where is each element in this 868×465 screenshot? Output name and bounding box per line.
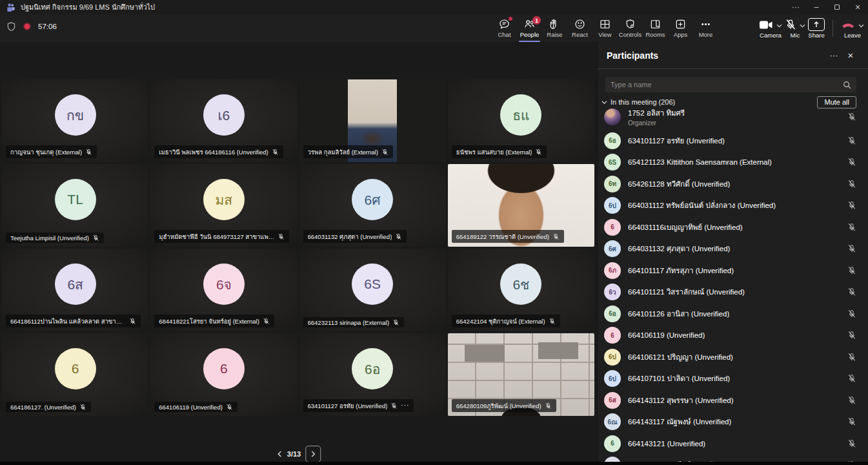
participant-row[interactable]: 6ส 664143112 สุพรรษา (Unverified) [598, 389, 868, 411]
participant-row[interactable]: 6 664031116เบญญาทิพย์ (Unverified) [598, 216, 868, 238]
raise-hand-icon [549, 18, 561, 30]
mic-muted-icon [785, 19, 796, 31]
leave-label: Leave [844, 32, 861, 39]
tab-label: View [598, 31, 611, 38]
mic-muted-icon[interactable] [847, 353, 856, 362]
participant-row[interactable]: 6ศ 664031132 ศุภสุดา (Unverified) [598, 238, 868, 260]
video-tile[interactable]: ธแ ธนัชพร แสนสบาย (External) [448, 79, 594, 162]
next-page-button[interactable] [305, 446, 321, 462]
mic-button[interactable]: Mic [785, 14, 805, 42]
leave-chevron-icon[interactable] [858, 19, 864, 30]
participant-row[interactable]: 6ป 664106121 ปริญญา (Unverified) [598, 346, 868, 368]
participant-row[interactable]: 6ว 664101121 วิสราลักษณ์ (Unverified) [598, 282, 868, 304]
video-tile[interactable]: 6ส 664186112ปานไพลิน แคล้วคลาด สาขาปฐมวั… [2, 249, 148, 331]
tab-apps[interactable]: Apps [668, 14, 693, 42]
tile-name-label: 664186127. (Unverified) [10, 404, 76, 411]
tile-avatar: 6อ [352, 348, 393, 389]
video-tile[interactable]: เ6 เมธาวินี พลเพชร 664186116 (Unverified… [150, 79, 297, 162]
video-tile[interactable]: 6จ 684418221โสรยา จันทร์อยู่ (External) [150, 249, 297, 331]
tab-controls[interactable]: Controls [618, 14, 643, 42]
share-button[interactable]: Share [808, 14, 825, 42]
video-tile[interactable]: 6ช 664242104 ชุติกาญจน์ (External) [448, 249, 594, 331]
mic-muted-icon[interactable] [847, 180, 856, 189]
maximize-button[interactable] [827, 0, 847, 14]
mic-muted-icon[interactable] [847, 287, 856, 296]
tab-people[interactable]: 1 People [517, 14, 542, 42]
tile-nameplate: 664106119 (Unverified) [154, 402, 237, 412]
tile-avatar: มส [203, 179, 245, 220]
participant-row[interactable]: 6อ 634101127 อรทัย (Unverified) [598, 130, 868, 152]
mic-muted-icon[interactable] [847, 331, 856, 340]
video-tile[interactable]: กข กาญจนา ชุนเกตุ (External) [2, 79, 148, 162]
leave-button[interactable]: Leave [841, 14, 864, 42]
mic-muted-icon[interactable] [847, 112, 856, 121]
participant-name: 664031116เบญญาทิพย์ (Unverified) [628, 222, 743, 233]
participant-name: 654261128 ทวีศักดิ์ (Unverified) [628, 178, 730, 190]
video-tile[interactable]: มส มุฮำหมัดชาฟีอี วันนิ 684973127 สาขาแพ… [150, 164, 297, 247]
tile-avatar: 6S [352, 264, 393, 305]
video-tile[interactable]: วรพล กุลมลิวัลย์ (External) [299, 79, 446, 162]
tab-rooms[interactable]: Rooms [643, 14, 668, 42]
video-tile[interactable]: 6 664186127. (Unverified) [2, 333, 148, 416]
mic-muted-icon[interactable] [847, 374, 856, 383]
close-button[interactable]: × [847, 0, 868, 14]
mic-muted-icon[interactable] [847, 244, 856, 253]
video-tile[interactable]: 664189122 วรรณชาติ (Unverified) [448, 164, 594, 247]
mic-muted-icon[interactable] [847, 223, 856, 232]
mic-muted-icon[interactable] [847, 158, 856, 167]
tab-raise[interactable]: Raise [542, 14, 567, 42]
camera-chevron-icon[interactable] [776, 19, 782, 30]
tile-more-icon[interactable]: ··· [401, 404, 409, 407]
video-tile[interactable]: 6 664106119 (Unverified) [150, 333, 297, 416]
tab-more[interactable]: More [693, 14, 718, 42]
participant-row[interactable]: 6ป 664031112 ทรัพย์อนันต์ ปลั่งกลาง (Unv… [598, 195, 868, 217]
page-indicator: 3/13 [287, 450, 301, 458]
mic-muted-icon[interactable] [847, 201, 856, 210]
participant-row[interactable]: 6S 654121123 Kittithon Saensamran (Exter… [598, 152, 868, 174]
participant-info: 654121123 Kittithon Saensamran (External… [628, 158, 772, 166]
video-tile[interactable]: 6อ 634101127 อรทัย (Unverified) ··· [299, 333, 446, 416]
participant-row[interactable]: 6 664106119 (Unverified) [598, 325, 868, 347]
participant-info: 664031116เบญญาทิพย์ (Unverified) [628, 222, 743, 233]
mic-muted-icon [549, 318, 556, 325]
tab-react[interactable]: React [567, 14, 592, 42]
mic-muted-icon [552, 233, 560, 240]
mic-muted-icon[interactable] [847, 136, 856, 145]
panel-close-button[interactable]: × [842, 47, 859, 64]
minimize-button[interactable]: – [806, 0, 827, 14]
video-tile[interactable]: 6ศ 664031132 ศุภสุดา (Unverified) [299, 164, 446, 247]
panel-more-button[interactable]: ··· [825, 47, 842, 64]
participant-row[interactable]: 6 664143121 (Unverified) [598, 433, 868, 455]
rooms-icon [649, 18, 661, 30]
avatar [604, 108, 621, 125]
camera-button[interactable]: Camera [759, 14, 782, 42]
participant-name: 664143112 สุพรรษา (Unverified) [628, 395, 734, 406]
mic-muted-icon[interactable] [847, 396, 856, 405]
tab-chat[interactable]: Chat [492, 14, 517, 42]
participant-row[interactable]: 6ท 654261128 ทวีศักดิ์ (Unverified) [598, 173, 868, 195]
bottom-strip [0, 462, 868, 465]
mic-muted-icon[interactable] [847, 439, 856, 448]
window-more-button[interactable]: ··· [785, 0, 806, 14]
previous-page-button[interactable] [276, 451, 283, 457]
participant-row[interactable]: 6ป 664107101 ปาลิดา (Unverified) [598, 368, 868, 390]
mic-muted-icon[interactable] [847, 266, 856, 275]
mic-muted-icon [390, 402, 398, 409]
tile-nameplate: Teejutha Limpisil (Unverified) [6, 232, 104, 243]
participant-search-input[interactable]: Type a name [605, 77, 856, 92]
participant-row[interactable]: 1752 อลิสา ทิมศรี Organizer [598, 104, 868, 130]
mic-muted-icon[interactable] [847, 309, 856, 318]
video-tile[interactable]: 6S 664232113 sirinapa (External) [299, 249, 446, 331]
participant-name: 664143121 (Unverified) [628, 440, 705, 448]
avatar: 6 [604, 327, 621, 344]
video-tile[interactable]: TL Teejutha Limpisil (Unverified) [2, 164, 148, 247]
participant-row[interactable]: 6อ 664101126 อานิสา (Unverified) [598, 303, 868, 325]
mic-chevron-icon[interactable] [800, 19, 805, 30]
tab-view[interactable]: View [592, 14, 618, 42]
participant-row[interactable]: 6ภ 664101117 ภัทรสุภา (Unverified) [598, 260, 868, 282]
video-tile[interactable]: 664280109ภูริพัฒน์ (Unverified) [448, 333, 594, 416]
participant-row[interactable]: 6ณ 664143117 ณัฐพงษ์ (Unverified) [598, 411, 868, 433]
tile-nameplate: 684418221โสรยา จันทร์อยู่ (External) [154, 315, 274, 327]
tile-name-label: 664189122 วรรณชาติ (Unverified) [456, 232, 549, 242]
mic-muted-icon[interactable] [847, 417, 856, 426]
